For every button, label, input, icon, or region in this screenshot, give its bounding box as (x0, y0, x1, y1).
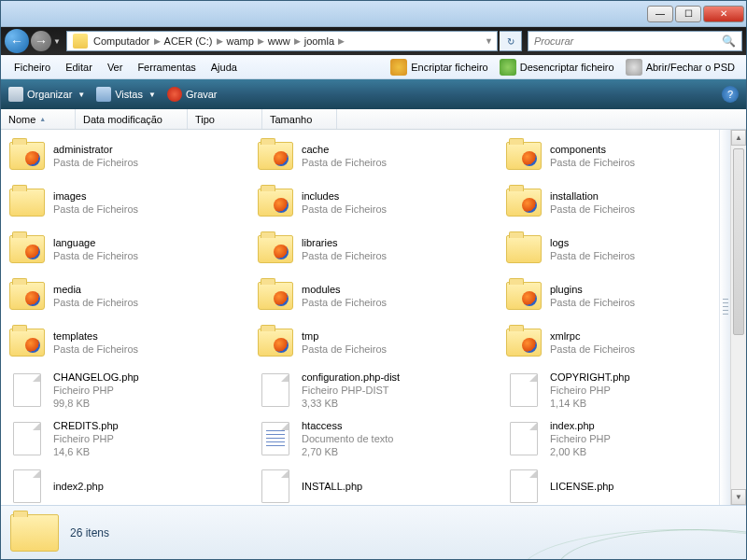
search-icon[interactable]: 🔍 (722, 35, 736, 48)
column-tamanho[interactable]: Tamanho (262, 109, 337, 129)
menu-ver[interactable]: Ver (100, 60, 131, 75)
burn-icon (167, 87, 182, 102)
item-name: language (53, 236, 138, 249)
minimize-button[interactable]: — (647, 6, 673, 22)
vertical-scrollbar[interactable]: ▲ ▼ (730, 130, 746, 505)
folder-icon (258, 282, 293, 310)
psd-button[interactable]: Abrir/Fechar o PSD (620, 57, 740, 77)
file-item[interactable]: imagesPasta de Ficheiros (3, 182, 247, 223)
scroll-up-button[interactable]: ▲ (731, 130, 746, 146)
chevron-right-icon[interactable]: ▶ (292, 36, 303, 46)
file-item[interactable]: xmlrpcPasta de Ficheiros (500, 322, 744, 363)
folder-icon (258, 329, 293, 357)
sort-indicator-icon: ▲ (39, 116, 46, 122)
details-pane: 26 itens (1, 505, 746, 559)
file-item[interactable]: CHANGELOG.phpFicheiro PHP99,8 KB (3, 369, 247, 412)
refresh-button[interactable]: ↻ (500, 31, 522, 51)
menu-ajuda[interactable]: Ajuda (204, 60, 245, 75)
chevron-right-icon[interactable]: ▶ (256, 36, 266, 46)
item-name: INSTALL.php (302, 480, 362, 493)
column-data[interactable]: Data modificação (76, 109, 188, 129)
folder-icon (506, 282, 542, 310)
organize-button[interactable]: Organizar▼ (8, 87, 85, 102)
item-name: configuration.php-dist (302, 371, 400, 384)
folder-icon (258, 235, 293, 263)
item-type: Ficheiro PHP (550, 384, 630, 397)
item-type: Ficheiro PHP (53, 384, 139, 397)
file-item[interactable]: tmpPasta de Ficheiros (251, 322, 496, 363)
file-item[interactable]: cachePasta de Ficheiros (251, 135, 496, 176)
item-size: 2,70 KB (302, 445, 393, 458)
file-item[interactable]: installationPasta de Ficheiros (500, 182, 744, 223)
breadcrumb[interactable]: Computador (92, 35, 152, 47)
close-button[interactable]: ✕ (703, 6, 744, 22)
column-tipo[interactable]: Tipo (188, 109, 262, 129)
folder-icon (506, 329, 542, 357)
help-button[interactable]: ? (722, 86, 739, 103)
views-button[interactable]: Vistas▼ (96, 87, 156, 102)
item-type: Pasta de Ficheiros (550, 249, 635, 262)
nav-history-dropdown[interactable]: ▼ (53, 37, 64, 46)
file-item[interactable]: index.phpFicheiro PHP2,00 KB (500, 417, 744, 460)
decrypt-button[interactable]: Desencriptar ficheiro (494, 57, 620, 77)
item-type: Documento de texto (302, 432, 393, 445)
menu-editar[interactable]: Editar (58, 60, 100, 75)
folder-icon (9, 282, 45, 310)
item-type: Pasta de Ficheiros (550, 156, 635, 169)
breadcrumb[interactable]: ACER (C:) (162, 35, 215, 47)
column-nome[interactable]: Nome▲ (1, 109, 76, 129)
file-item[interactable]: COPYRIGHT.phpFicheiro PHP1,14 KB (500, 369, 744, 412)
scroll-thumb[interactable] (733, 148, 744, 335)
folder-icon (9, 189, 45, 217)
file-item[interactable]: librariesPasta de Ficheiros (251, 229, 496, 270)
chevron-right-icon[interactable]: ▶ (336, 36, 346, 46)
item-name: COPYRIGHT.php (550, 371, 630, 384)
file-item[interactable]: mediaPasta de Ficheiros (3, 275, 247, 316)
item-size: 1,14 KB (550, 397, 630, 410)
file-item[interactable]: pluginsPasta de Ficheiros (500, 275, 744, 316)
file-item[interactable]: LICENSE.php (500, 466, 744, 505)
file-item[interactable]: administratorPasta de Ficheiros (3, 135, 247, 176)
breadcrumb[interactable]: joomla (303, 35, 336, 47)
item-type: Pasta de Ficheiros (53, 343, 138, 356)
file-item[interactable]: INSTALL.php (251, 466, 496, 505)
address-dropdown[interactable]: ▼ (483, 36, 495, 46)
file-item[interactable]: includesPasta de Ficheiros (251, 182, 496, 223)
burn-button[interactable]: Gravar (167, 87, 218, 102)
item-name: htaccess (302, 419, 393, 432)
forward-button[interactable]: → (31, 31, 51, 51)
file-item[interactable]: index2.php (3, 466, 247, 505)
encrypt-button[interactable]: Encriptar ficheiro (385, 57, 494, 77)
organize-icon (8, 87, 23, 102)
file-item[interactable]: CREDITS.phpFicheiro PHP14,6 KB (3, 417, 247, 460)
item-type: Pasta de Ficheiros (53, 156, 138, 169)
item-name: installation (550, 189, 635, 203)
breadcrumb[interactable]: wamp (225, 35, 256, 47)
preview-pane-splitter[interactable] (719, 130, 730, 505)
file-item[interactable]: modulesPasta de Ficheiros (251, 275, 496, 316)
item-type: Ficheiro PHP (550, 432, 611, 445)
file-item[interactable]: logsPasta de Ficheiros (500, 229, 744, 270)
chevron-right-icon[interactable]: ▶ (215, 36, 225, 46)
address-bar[interactable]: Computador▶ ACER (C:)▶ wamp▶ www▶ joomla… (66, 31, 498, 51)
item-type: Pasta de Ficheiros (53, 296, 138, 309)
back-button[interactable]: ← (5, 29, 29, 53)
breadcrumb[interactable]: www (266, 35, 292, 47)
menu-ferramentas[interactable]: Ferramentas (130, 60, 203, 75)
scroll-down-button[interactable]: ▼ (731, 489, 746, 505)
search-box[interactable]: 🔍 (528, 31, 742, 51)
search-input[interactable] (534, 35, 722, 47)
file-item[interactable]: configuration.php-distFicheiro PHP-DIST3… (251, 369, 496, 412)
item-type: Pasta de Ficheiros (53, 249, 138, 262)
file-item[interactable]: htaccessDocumento de texto2,70 KB (251, 417, 496, 460)
menu-ficheiro[interactable]: Ficheiro (7, 60, 58, 75)
decorative-swoosh (541, 505, 746, 559)
item-size: 2,00 KB (550, 445, 611, 458)
file-item[interactable]: templatesPasta de Ficheiros (3, 322, 247, 363)
chevron-right-icon[interactable]: ▶ (152, 36, 162, 46)
file-item[interactable]: languagePasta de Ficheiros (3, 229, 247, 270)
maximize-button[interactable]: ☐ (675, 6, 701, 22)
content-area: administratorPasta de FicheiroscachePast… (1, 130, 746, 505)
folder-icon (73, 34, 88, 49)
file-item[interactable]: componentsPasta de Ficheiros (500, 135, 744, 176)
